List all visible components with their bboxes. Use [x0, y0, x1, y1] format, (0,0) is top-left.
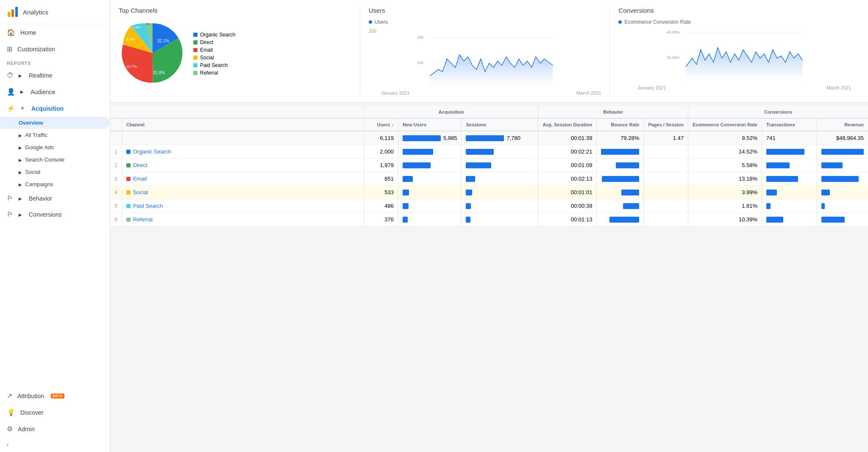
totals-newusers-bar-inner — [403, 135, 441, 141]
nav-home[interactable]: 🏠 Home — [0, 24, 110, 41]
sidebar-header: Analytics — [0, 0, 110, 24]
bar-newusers-6 — [403, 217, 408, 223]
row-bounce-2 — [597, 159, 644, 172]
totals-trans-bar: 741 — [766, 135, 812, 141]
realtime-arrow: ▶ — [19, 73, 22, 78]
row-newusers-1 — [398, 145, 462, 159]
row-avgsess-5: 00:00:39 — [538, 199, 597, 213]
users-legend-label: Users — [375, 19, 388, 25]
nav-attribution[interactable]: ↗ Attribution BETA — [0, 388, 110, 404]
acquisition-arrow: ▼ — [20, 106, 25, 111]
row-pages-1 — [644, 145, 688, 159]
sidebar-child-searchconsole[interactable]: ▶ Search Console — [0, 153, 110, 166]
table-row: 2 Direct 1,979 00:01:09 5.58% — [110, 159, 868, 172]
channel-link-2[interactable]: Direct — [133, 162, 147, 168]
bar-rev-5 — [821, 203, 825, 209]
row-pages-2 — [644, 159, 688, 172]
conversions-chart-title: Conversions — [618, 7, 851, 14]
row-trans-2 — [762, 159, 817, 172]
attribution-badge: BETA — [51, 393, 64, 399]
row-avgsess-2: 00:01:09 — [538, 159, 597, 172]
row-newusers-6 — [398, 213, 462, 226]
totals-trans-val: 741 — [766, 135, 776, 141]
nav-realtime[interactable]: ⏱ ▶ Realtime — [0, 67, 110, 84]
sessions-header[interactable]: Sessions — [462, 118, 538, 131]
users-x-mar: March 2021 — [576, 90, 601, 95]
nav-discover[interactable]: 💡 Discover — [0, 404, 110, 421]
bar-newusers-1 — [403, 149, 433, 155]
pie-legend: Organic Search Direct Email Social — [193, 32, 235, 76]
pages-header[interactable]: Pages / Session — [644, 118, 688, 131]
legend-paid: Paid Search — [193, 62, 235, 68]
pie-label-paid: 7.8% — [133, 25, 140, 29]
nav-customization[interactable]: ⊞ Customization — [0, 41, 110, 57]
totals-avg-session: 00:01:39 — [538, 131, 597, 145]
pie-label-organic: 32.1% — [157, 39, 169, 43]
row-ecomm-6: 10.39% — [688, 213, 762, 226]
row-users-5: 486 — [364, 199, 398, 213]
nav-conversions[interactable]: 🏳 ▶ Conversions — [0, 206, 110, 223]
row-ecomm-5: 1.81% — [688, 199, 762, 213]
discover-icon: 💡 — [7, 408, 15, 416]
table-wrapper: Acquisition Behavior Conversions Channel… — [110, 106, 868, 226]
collapse-button[interactable]: ‹ — [0, 437, 110, 452]
top-channels-section: Top Channels — [119, 7, 360, 95]
totals-users: 6,119 — [364, 131, 398, 145]
users-header[interactable]: Users ↓ — [364, 118, 398, 131]
row-bounce-4 — [597, 186, 644, 199]
conversions-arrow: ▶ — [19, 212, 22, 217]
sidebar-child-googleads[interactable]: ▶ Google Ads — [0, 141, 110, 153]
avg-session-header[interactable]: Avg. Session Duration — [538, 118, 597, 131]
nav-admin[interactable]: ⚙ Admin — [0, 421, 110, 437]
legend-email: Email — [193, 47, 235, 53]
behavior-group-header: Behavior — [538, 106, 688, 118]
new-users-header[interactable]: New Users — [398, 118, 462, 131]
row-rank: 1 — [110, 145, 122, 159]
conversions-chart-legend: Ecommerce Conversion Rate — [618, 19, 851, 25]
users-y-labels: 200 — [369, 28, 601, 33]
pie-label-referral: 6% — [145, 22, 150, 25]
row-bounce-3 — [597, 172, 644, 186]
nav-audience[interactable]: 👤 ▶ Audience — [0, 84, 110, 100]
bounce-header[interactable]: Bounce Rate — [597, 118, 644, 131]
conversions-line-chart: 40.00% 20.00% — [618, 28, 851, 84]
nav-acquisition[interactable]: ⚡ ▼ Acquisition — [0, 100, 110, 117]
conversions-x-labels: January 2021 March 2021 — [618, 85, 851, 90]
row-rank: 6 — [110, 213, 122, 226]
channel-header[interactable]: Channel — [122, 118, 364, 131]
users-chart-section: Users Users 200 200 100 — [360, 7, 610, 95]
bar-trans-5 — [766, 203, 771, 209]
row-users-6: 376 — [364, 213, 398, 226]
table-row: 6 Referral 376 00:01:13 10.39% — [110, 213, 868, 226]
channel-link-3[interactable]: Email — [133, 176, 147, 182]
channel-link-4[interactable]: Social — [133, 189, 148, 195]
row-bounce-5 — [597, 199, 644, 213]
nav-realtime-label: Realtime — [29, 72, 52, 79]
nav-behavior[interactable]: 🏳 ▶ Behavior — [0, 190, 110, 206]
sidebar-child-social[interactable]: ▶ Social — [0, 166, 110, 178]
ecomm-header[interactable]: Ecommerce Conversion Rate — [688, 118, 762, 131]
channel-link-6[interactable]: Referral — [133, 216, 153, 223]
revenue-header[interactable]: Revenue — [817, 118, 868, 131]
behavior-arrow: ▶ — [19, 196, 22, 201]
row-trans-4 — [762, 186, 817, 199]
totals-sessions-bar: 7,780 — [466, 135, 534, 141]
bar-rev-4 — [821, 190, 830, 195]
behavior-icon: 🏳 — [7, 195, 14, 202]
totals-revenue: $48,964.35 — [817, 131, 868, 145]
legend-dot-social — [193, 56, 198, 60]
sidebar-child-overview[interactable]: Overview — [0, 117, 110, 129]
channel-link-1[interactable]: Organic Search — [133, 148, 171, 155]
row-rev-3 — [817, 172, 868, 186]
users-x-jan: January 2021 — [369, 90, 410, 95]
trans-header[interactable]: Transactions — [762, 118, 817, 131]
row-sessions-3 — [462, 172, 538, 186]
data-table: Acquisition Behavior Conversions Channel… — [110, 106, 868, 226]
channel-color-1 — [126, 150, 131, 154]
main-content: Top Channels — [110, 0, 868, 452]
channel-link-5[interactable]: Paid Search — [133, 203, 163, 209]
sidebar-child-campaigns[interactable]: ▶ Campaigns — [0, 178, 110, 190]
row-rev-2 — [817, 159, 868, 172]
row-ecomm-1: 14.52% — [688, 145, 762, 159]
sidebar-child-alltraffic[interactable]: ▶ All Traffic — [0, 129, 110, 141]
